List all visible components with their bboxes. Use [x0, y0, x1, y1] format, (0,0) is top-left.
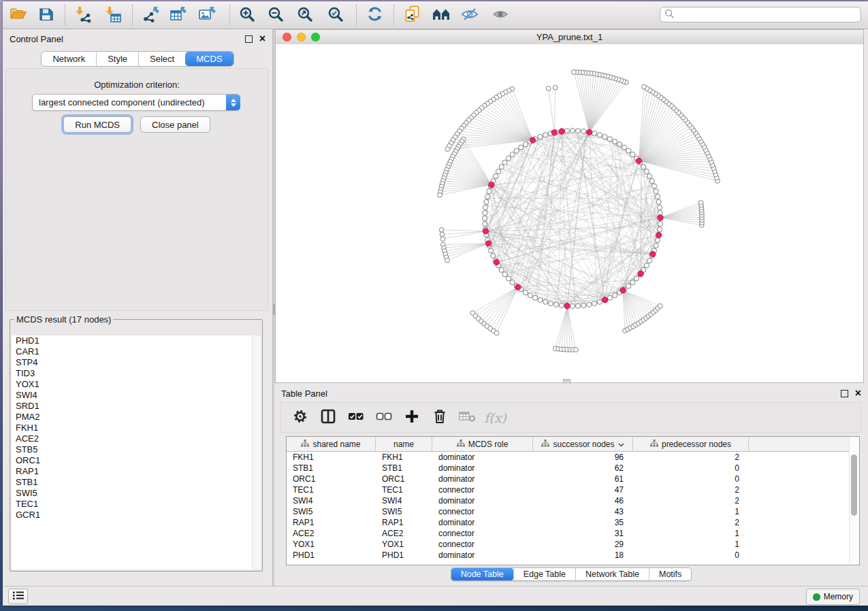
table-row[interactable]: SWI5SWI5connector431: [287, 506, 859, 517]
table-cell[interactable]: 46: [533, 496, 633, 506]
result-node-item[interactable]: STB5: [12, 444, 261, 455]
result-node-item[interactable]: GCR1: [12, 510, 261, 521]
tab-edge-table[interactable]: Edge Table: [513, 568, 575, 580]
table-cell[interactable]: ORC1: [287, 474, 376, 484]
result-node-item[interactable]: SRD1: [12, 401, 261, 412]
search-input[interactable]: [677, 9, 856, 20]
task-history-button[interactable]: [8, 589, 28, 604]
table-cell[interactable]: ACE2: [376, 529, 432, 538]
table-row[interactable]: ACE2ACE2connector311: [287, 528, 859, 539]
table-cell[interactable]: TEC1: [287, 485, 376, 495]
table-cell[interactable]: 0: [633, 463, 749, 473]
table-row[interactable]: YOX1YOX1connector291: [287, 539, 859, 550]
table-cell[interactable]: dominator: [432, 550, 533, 560]
save-session-button[interactable]: [34, 3, 59, 27]
column-header-shared-name[interactable]: shared name: [287, 437, 376, 451]
destroy-table-button[interactable]: [455, 406, 480, 430]
result-node-item[interactable]: PMA2: [12, 412, 261, 423]
table-cell[interactable]: 0: [633, 474, 749, 484]
memory-button[interactable]: Memory: [806, 589, 860, 605]
export-network-button[interactable]: [138, 3, 163, 27]
first-neighbors-button[interactable]: [429, 3, 453, 27]
table-cell[interactable]: dominator: [432, 452, 533, 462]
table-cell[interactable]: FKH1: [287, 452, 376, 462]
table-cell[interactable]: SWI5: [287, 507, 376, 516]
result-node-item[interactable]: PHD1: [12, 335, 261, 346]
table-cell[interactable]: connector: [432, 507, 533, 516]
table-cell[interactable]: ACE2: [287, 529, 376, 538]
close-panel-button[interactable]: Close panel: [140, 116, 210, 133]
select-all-button[interactable]: [343, 406, 368, 430]
table-row[interactable]: FKH1FKH1dominator962: [287, 452, 859, 463]
table-cell[interactable]: 0: [633, 550, 749, 560]
result-node-item[interactable]: ORC1: [12, 455, 261, 466]
result-node-item[interactable]: SWI4: [12, 390, 261, 401]
table-cell[interactable]: RAP1: [376, 518, 432, 527]
table-cell[interactable]: FKH1: [376, 452, 432, 462]
table-cell[interactable]: STB1: [287, 463, 376, 473]
table-cell[interactable]: 96: [533, 452, 633, 462]
tab-node-table[interactable]: Node Table: [451, 568, 513, 580]
table-cell[interactable]: dominator: [432, 518, 533, 527]
import-network-button[interactable]: [71, 3, 95, 27]
result-node-item[interactable]: TID3: [12, 368, 261, 379]
clone-network-button[interactable]: [400, 3, 425, 27]
tab-network-table[interactable]: Network Table: [575, 568, 649, 580]
table-cell[interactable]: dominator: [432, 474, 533, 484]
result-node-item[interactable]: STB1: [12, 477, 261, 488]
table-scrollbar[interactable]: [849, 437, 859, 565]
zoom-selected-button[interactable]: [323, 3, 348, 27]
table-cell[interactable]: 62: [533, 463, 633, 473]
network-canvas[interactable]: [276, 44, 863, 382]
table-cell[interactable]: connector: [432, 485, 533, 495]
table-row[interactable]: SWI4SWI4dominator462: [287, 495, 859, 506]
mcds-result-list[interactable]: PHD1CAR1STP4TID3YOX1SWI4SRD1PMA2FKH1ACE2…: [12, 335, 261, 569]
table-cell[interactable]: PHD1: [376, 550, 432, 560]
result-node-item[interactable]: ACE2: [12, 433, 261, 444]
table-cell[interactable]: dominator: [432, 463, 533, 473]
table-cell[interactable]: TEC1: [376, 485, 432, 495]
table-cell[interactable]: dominator: [432, 496, 533, 506]
result-list-scrollbar[interactable]: [252, 335, 261, 569]
close-panel-icon[interactable]: ×: [259, 35, 266, 42]
show-all-button[interactable]: [488, 3, 513, 27]
table-cell[interactable]: 43: [533, 507, 633, 516]
table-cell[interactable]: 2: [633, 485, 749, 495]
table-row[interactable]: ORC1ORC1dominator610: [287, 474, 859, 484]
table-cell[interactable]: 2: [633, 452, 749, 462]
table-cell[interactable]: 31: [533, 529, 633, 538]
table-cell[interactable]: 1: [633, 529, 749, 538]
column-header-MCDS-role[interactable]: MCDS role: [432, 437, 533, 451]
float-panel-icon[interactable]: [245, 35, 253, 43]
open-file-button[interactable]: [5, 3, 30, 27]
scrollbar-thumb[interactable]: [851, 455, 857, 516]
table-cell[interactable]: 2: [633, 496, 749, 506]
table-cell[interactable]: 1: [633, 507, 749, 516]
table-cell[interactable]: 61: [533, 474, 633, 484]
tab-mcds[interactable]: MCDS: [185, 52, 233, 66]
table-row[interactable]: TEC1TEC1connector472: [287, 484, 859, 495]
table-cell[interactable]: 1: [633, 540, 749, 549]
hide-selected-button[interactable]: [457, 3, 482, 27]
network-graph[interactable]: [276, 44, 863, 382]
network-window-titlebar[interactable]: YPA_prune.txt_1: [276, 30, 863, 45]
tab-select[interactable]: Select: [138, 52, 185, 66]
result-node-item[interactable]: SWI5: [12, 488, 261, 499]
result-node-item[interactable]: YOX1: [12, 379, 261, 390]
export-image-button[interactable]: [195, 3, 220, 27]
column-header-predecessor-nodes[interactable]: predecessor nodes: [633, 437, 749, 451]
add-row-button[interactable]: [399, 406, 424, 430]
table-cell[interactable]: ORC1: [376, 474, 432, 484]
table-row[interactable]: RAP1RAP1dominator352: [287, 517, 859, 528]
result-node-item[interactable]: RAP1: [12, 466, 261, 477]
table-row[interactable]: STB1STB1dominator620: [287, 463, 859, 474]
column-header-name[interactable]: name: [376, 437, 432, 451]
table-cell[interactable]: SWI4: [376, 496, 432, 506]
table-cell[interactable]: RAP1: [287, 518, 376, 527]
tab-style[interactable]: Style: [96, 52, 138, 66]
column-header-successor-nodes[interactable]: successor nodes: [533, 437, 633, 451]
apply-function-button[interactable]: f(x): [483, 406, 508, 430]
run-mcds-button[interactable]: Run MCDS: [63, 116, 131, 133]
tab-network[interactable]: Network: [42, 52, 96, 66]
tab-motifs[interactable]: Motifs: [649, 568, 691, 580]
